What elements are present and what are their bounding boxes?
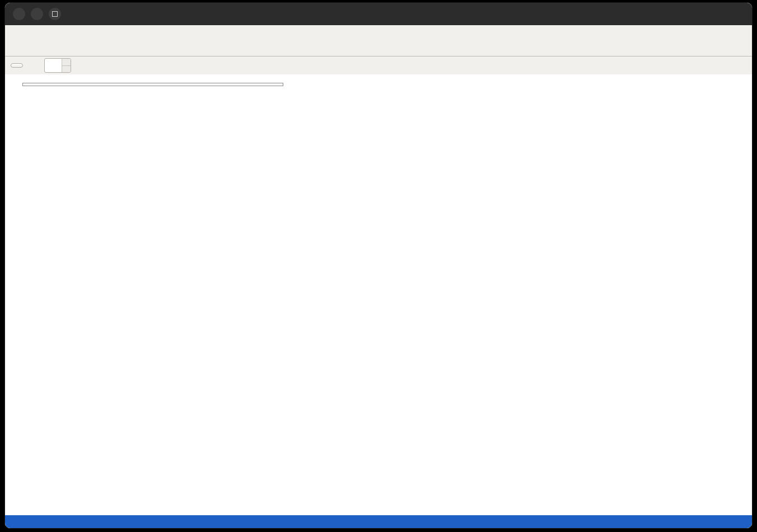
app-window bbox=[4, 2, 753, 529]
close-button[interactable] bbox=[13, 8, 25, 20]
export-as-button[interactable] bbox=[11, 63, 23, 68]
stacked-diagrams-value bbox=[45, 59, 62, 72]
tab-bar bbox=[5, 40, 752, 57]
stacked-diagrams-control bbox=[41, 58, 71, 73]
toolbar bbox=[5, 57, 752, 74]
maximize-button[interactable] bbox=[49, 8, 61, 20]
chart-panel bbox=[5, 74, 753, 515]
chart-legend bbox=[22, 83, 283, 86]
memory-chart[interactable] bbox=[22, 82, 709, 487]
titlebar bbox=[5, 3, 752, 25]
status-bar bbox=[5, 515, 753, 529]
minimize-button[interactable] bbox=[31, 8, 43, 20]
screen bbox=[0, 0, 757, 532]
menu-bar bbox=[5, 25, 752, 40]
stacked-diagrams-decrement[interactable] bbox=[62, 66, 71, 73]
maximize-icon bbox=[52, 11, 58, 17]
stacked-diagrams-increment[interactable] bbox=[62, 59, 71, 66]
stacked-diagrams-spinbox[interactable] bbox=[44, 58, 71, 73]
